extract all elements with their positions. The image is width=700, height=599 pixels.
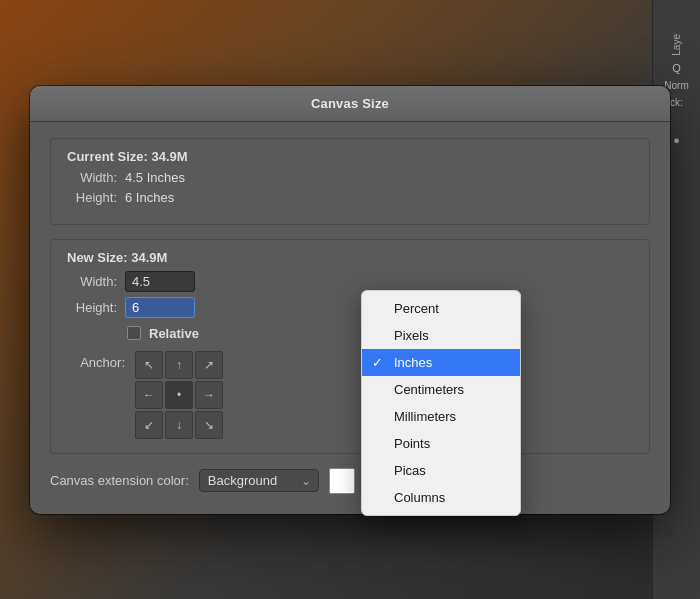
canvas-size-dialog: Canvas Size OK Cancel Current Size: 34.9…: [30, 86, 670, 514]
current-height-value: 6 Inches: [125, 190, 174, 205]
new-size-section: New Size: 34.9M Width: PercentPixelsInch…: [50, 239, 650, 454]
anchor-cell-5[interactable]: →: [195, 381, 223, 409]
new-width-label: Width:: [67, 274, 117, 289]
current-width-label: Width:: [67, 170, 117, 185]
dialog-title-bar: Canvas Size: [30, 86, 670, 122]
anchor-cell-8[interactable]: ↘: [195, 411, 223, 439]
anchor-label: Anchor:: [67, 355, 125, 370]
panel-label-layers: Laye: [671, 34, 682, 56]
relative-label: Relative: [149, 326, 199, 341]
anchor-arrow-7: ↓: [176, 419, 182, 431]
unit-menu-item-points[interactable]: Points: [362, 430, 520, 457]
dialog-title: Canvas Size: [311, 96, 389, 111]
new-height-row: Height:: [67, 297, 633, 318]
unit-menu-item-percent[interactable]: Percent: [362, 295, 520, 322]
anchor-cell-3[interactable]: ←: [135, 381, 163, 409]
canvas-ext-color-swatch[interactable]: [329, 468, 355, 494]
new-size-label: New Size: 34.9M: [67, 250, 633, 265]
current-width-value: 4.5 Inches: [125, 170, 185, 185]
panel-eye-icon: ●: [673, 134, 680, 146]
units-dropdown-menu: PercentPixelsInchesCentimetersMillimeter…: [361, 290, 521, 516]
dialog-body: OK Cancel Current Size: 34.9M Width: 4.5…: [30, 122, 670, 514]
unit-menu-item-pixels[interactable]: Pixels: [362, 322, 520, 349]
canvas-ext-label: Canvas extension color:: [50, 473, 189, 488]
anchor-cell-6[interactable]: ↙: [135, 411, 163, 439]
canvas-ext-row: Canvas extension color: Background Foreg…: [50, 468, 650, 494]
current-size-label: Current Size: 34.9M: [67, 149, 633, 164]
anchor-cell-7[interactable]: ↓: [165, 411, 193, 439]
current-height-label: Height:: [67, 190, 117, 205]
anchor-cell-2[interactable]: ↗: [195, 351, 223, 379]
anchor-arrow-0: ↖: [144, 359, 154, 371]
new-width-input[interactable]: [125, 271, 195, 292]
canvas-ext-dropdown-wrapper: Background Foreground White Black Other.…: [199, 469, 319, 492]
anchor-cell-4[interactable]: •: [165, 381, 193, 409]
anchor-arrow-3: ←: [143, 389, 155, 401]
canvas-ext-dropdown[interactable]: Background Foreground White Black Other.…: [199, 469, 319, 492]
new-height-label: Height:: [67, 300, 117, 315]
anchor-arrow-6: ↙: [144, 419, 154, 431]
current-height-row: Height: 6 Inches: [67, 190, 633, 205]
anchor-arrow-1: ↑: [176, 359, 182, 371]
unit-menu-item-inches[interactable]: Inches: [362, 349, 520, 376]
current-size-section: Current Size: 34.9M Width: 4.5 Inches He…: [50, 138, 650, 225]
new-width-row: Width: PercentPixelsInchesCentimetersMil…: [67, 271, 633, 292]
unit-menu-item-picas[interactable]: Picas: [362, 457, 520, 484]
panel-lock-label: ck:: [670, 97, 683, 108]
anchor-cell-0[interactable]: ↖: [135, 351, 163, 379]
anchor-arrow-4: •: [177, 389, 181, 401]
current-width-row: Width: 4.5 Inches: [67, 170, 633, 185]
anchor-grid: ↖↑↗←•→↙↓↘: [135, 351, 223, 439]
unit-menu-item-millimeters[interactable]: Millimeters: [362, 403, 520, 430]
anchor-row: Anchor: ↖↑↗←•→↙↓↘: [67, 351, 633, 439]
panel-search-icon: Q: [672, 62, 681, 74]
anchor-cell-1[interactable]: ↑: [165, 351, 193, 379]
anchor-arrow-2: ↗: [204, 359, 214, 371]
unit-menu-item-centimeters[interactable]: Centimeters: [362, 376, 520, 403]
anchor-arrow-5: →: [203, 389, 215, 401]
anchor-arrow-8: ↘: [204, 419, 214, 431]
unit-menu-item-columns[interactable]: Columns: [362, 484, 520, 511]
relative-checkbox[interactable]: [127, 326, 141, 340]
new-height-input[interactable]: [125, 297, 195, 318]
